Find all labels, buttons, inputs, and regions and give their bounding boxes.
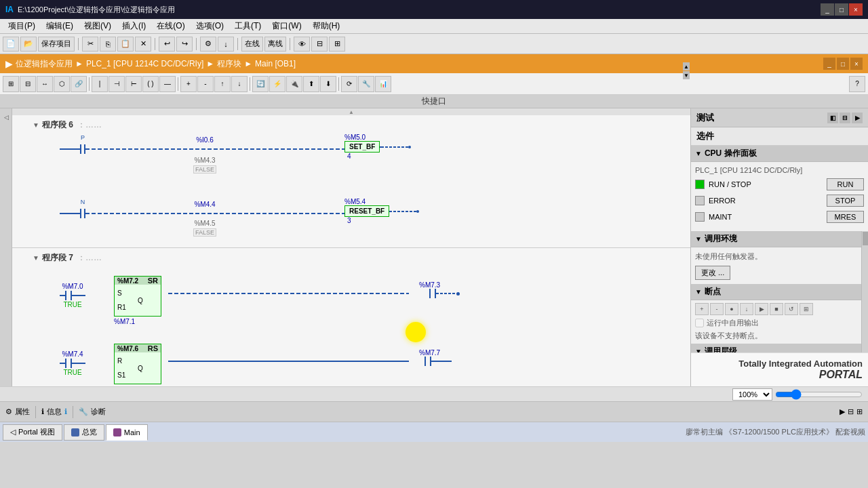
lt-btn11[interactable]: + xyxy=(180,76,197,92)
bp-remove-btn[interactable]: - xyxy=(710,303,724,315)
menu-insert[interactable]: 插入(I) xyxy=(117,20,151,32)
lt-btn3[interactable]: ↔ xyxy=(37,76,53,92)
lt-btn20[interactable]: ⟳ xyxy=(341,76,357,92)
paste-btn[interactable]: 📋 xyxy=(117,37,134,52)
monitor-btn[interactable]: 👁 xyxy=(294,37,310,52)
lt-btn17[interactable]: 🔌 xyxy=(286,76,302,92)
bp-step-btn[interactable]: ↓ xyxy=(740,303,753,315)
bp-stop-btn[interactable]: ■ xyxy=(770,303,783,315)
mres-btn[interactable]: MRES xyxy=(827,211,864,223)
lt-btn12[interactable]: - xyxy=(197,76,214,92)
bc-restore-btn[interactable]: □ xyxy=(837,58,849,70)
breakpoint-header[interactable]: ▼ 断点 xyxy=(691,284,861,300)
seg7-s1-addr: %M7.5 xyxy=(114,386,135,386)
bc-close-btn[interactable]: × xyxy=(850,58,863,70)
error-indicator xyxy=(695,196,705,205)
lt-btn6[interactable]: | xyxy=(92,76,108,92)
bp-add-btn[interactable]: + xyxy=(695,303,709,315)
lt-btn19[interactable]: ⬇ xyxy=(320,76,336,92)
cpu-section-header[interactable]: ▼ CPU 操作面板 xyxy=(691,146,868,162)
lt-btn1[interactable]: ⊞ xyxy=(3,76,19,92)
credits-label: 廖常初主编 《S7-1200/1500 PLC应用技术》 配套视频 xyxy=(686,427,865,437)
bp-cont-btn[interactable]: ▶ xyxy=(755,303,768,315)
calling-env-header[interactable]: ▼ 调用环境 xyxy=(691,231,861,247)
menu-help[interactable]: 帮助(H) xyxy=(307,20,346,32)
stop-btn[interactable]: STOP xyxy=(827,195,864,207)
portal-view-tab[interactable]: ◁ Portal 视图 xyxy=(3,424,62,441)
maint-indicator xyxy=(695,212,705,222)
undo-btn[interactable]: ↩ xyxy=(159,37,175,52)
lt-help-btn[interactable]: ? xyxy=(849,76,865,92)
main-tab[interactable]: Main xyxy=(106,424,148,441)
open-btn[interactable]: 📂 xyxy=(20,37,37,52)
right-panel-btn3[interactable]: ▶ xyxy=(852,113,863,123)
properties-btn[interactable]: ⚙ 属性 xyxy=(5,407,30,417)
segment-6-header[interactable]: ▼ 程序段 6 ：…… xyxy=(33,119,690,131)
compile-btn[interactable]: ⚙ xyxy=(200,37,216,52)
run-btn[interactable]: RUN xyxy=(827,178,864,190)
breakpoint-msg: 该设备不支持断点。 xyxy=(695,331,857,341)
lt-btn22[interactable]: 📊 xyxy=(375,76,391,92)
lt-btn9[interactable]: ( ) xyxy=(142,76,159,92)
bc-item-2[interactable]: PLC_1 [CPU 1214C DC/DC/RIy] xyxy=(86,59,203,68)
lt-sep3 xyxy=(250,77,250,91)
lt-btn4[interactable]: ⬡ xyxy=(54,76,70,92)
maximize-btn[interactable]: □ xyxy=(835,3,848,16)
bc-item-3[interactable]: 程序块 xyxy=(217,58,241,70)
bp-extra-btn[interactable]: ⊞ xyxy=(800,303,813,315)
right-panel-btn1[interactable]: ◧ xyxy=(827,113,838,123)
seg7-coil-end xyxy=(436,288,456,299)
diag-btn[interactable]: 🔧 诊断 xyxy=(79,407,106,417)
bp-toggle-btn[interactable]: ● xyxy=(725,303,738,315)
new-btn[interactable]: 📄 xyxy=(3,37,19,52)
save-project-btn[interactable]: 保存项目 xyxy=(38,37,75,52)
bc-minimize-btn[interactable]: _ xyxy=(823,58,835,70)
copy-btn[interactable]: ⎘ xyxy=(100,37,116,52)
menu-edit[interactable]: 编辑(E) xyxy=(41,20,79,32)
menu-project[interactable]: 项目(P) xyxy=(3,20,41,32)
lt-btn8[interactable]: ⊢ xyxy=(125,76,142,92)
call-hier-header[interactable]: ▼ 调用层级 xyxy=(691,344,861,352)
set-bf-block: SET_BF xyxy=(344,141,380,152)
bp-refresh-btn[interactable]: ↺ xyxy=(785,303,798,315)
change-env-btn[interactable]: 更改 ... xyxy=(695,266,730,280)
layout-btn2[interactable]: ⊞ xyxy=(329,37,345,52)
lt-btn15[interactable]: 🔄 xyxy=(252,76,269,92)
menu-online[interactable]: 在线(O) xyxy=(151,20,190,32)
overview-tab[interactable]: 总览 xyxy=(64,424,104,441)
right-scrollbar[interactable]: ▲ ▼ xyxy=(861,231,868,352)
menu-window[interactable]: 窗口(W) xyxy=(267,20,307,32)
runtime-output-checkbox[interactable] xyxy=(695,319,704,327)
close-btn[interactable]: × xyxy=(849,3,863,16)
info-btn[interactable]: ℹ 信息 ℹ xyxy=(41,407,67,417)
offline-btn[interactable]: 离线 xyxy=(264,37,286,52)
lt-btn2[interactable]: ⊟ xyxy=(20,76,36,92)
lt-btn14[interactable]: ↓ xyxy=(231,76,248,92)
minimize-btn[interactable]: _ xyxy=(821,3,834,16)
ladder-area[interactable]: ▲ ▼ 程序段 6 ：…… %I0.6 xyxy=(12,108,690,386)
lt-btn5[interactable]: 🔗 xyxy=(71,76,87,92)
lt-btn16[interactable]: ⚡ xyxy=(269,76,285,92)
zoom-slider[interactable] xyxy=(775,389,863,400)
menu-tools[interactable]: 工具(T) xyxy=(229,20,267,32)
layout-btn1[interactable]: ⊟ xyxy=(311,37,328,52)
lt-btn10[interactable]: — xyxy=(159,76,176,92)
lt-btn7[interactable]: ⊣ xyxy=(108,76,125,92)
menu-view[interactable]: 视图(V) xyxy=(79,20,117,32)
bc-item-1[interactable]: 位逻辑指令应用 xyxy=(16,58,73,70)
portal-view-icon: ◁ xyxy=(10,428,16,436)
online-btn[interactable]: 在线 xyxy=(241,37,263,52)
lt-btn21[interactable]: 🔧 xyxy=(358,76,374,92)
download-btn[interactable]: ↓ xyxy=(218,37,234,52)
bc-item-4[interactable]: Main [OB1] xyxy=(255,59,296,68)
redo-btn[interactable]: ↪ xyxy=(176,37,193,52)
cut-btn[interactable]: ✂ xyxy=(82,37,98,52)
delete-btn[interactable]: ✕ xyxy=(135,37,151,52)
segment-7-header[interactable]: ▼ 程序段 7 ：…… xyxy=(33,252,690,264)
lt-btn13[interactable]: ↑ xyxy=(214,76,231,92)
zoom-select[interactable]: 100% 75% 150% 200% xyxy=(732,388,772,401)
lt-btn18[interactable]: ⬆ xyxy=(303,76,319,92)
bc-arrow[interactable]: ▶ xyxy=(5,58,13,69)
menu-options[interactable]: 选项(O) xyxy=(191,20,229,32)
right-panel-btn2[interactable]: ⊟ xyxy=(840,113,850,123)
